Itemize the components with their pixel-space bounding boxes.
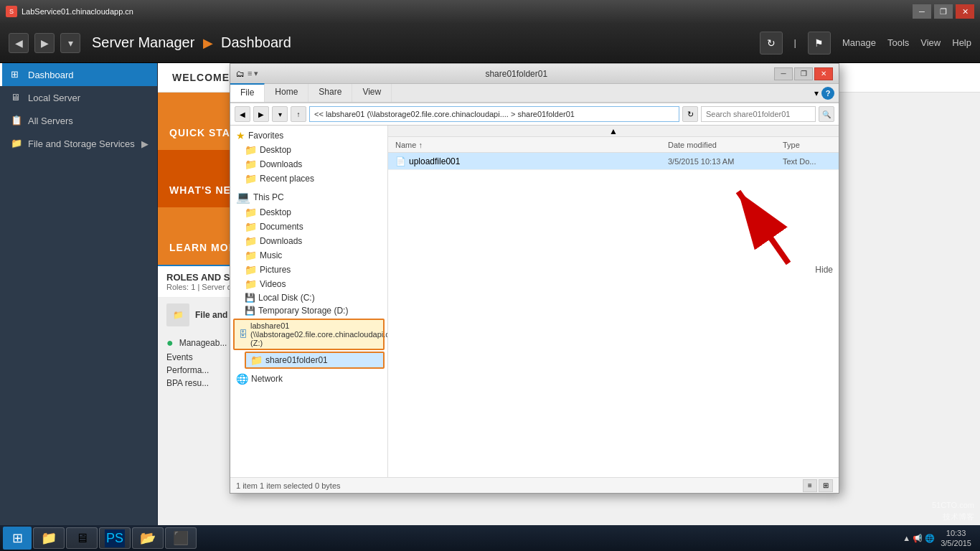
taskbar-app-server-manager[interactable]: 🖥 <box>66 527 98 549</box>
folder-icon: 📁 <box>245 221 257 232</box>
taskbar-app-cmd[interactable]: ⬛ <box>165 527 197 549</box>
search-button[interactable]: 🔍 <box>819 106 834 122</box>
folder-icon: 📁 <box>245 278 257 290</box>
address-bar: ◀ ▶ ▾ ↑ ↻ 🔍 <box>230 103 839 126</box>
tree-share-mapped[interactable]: 🗄 labshare01 (\\labstorage02.file.core.c… <box>233 319 385 350</box>
sidebar-item-all-servers[interactable]: 📋 All Servers <box>0 109 157 132</box>
start-button[interactable]: ⊞ <box>3 527 32 550</box>
refresh-icon[interactable]: ↻ <box>760 32 783 55</box>
tree-recent-places[interactable]: 📁 Recent places <box>230 171 387 186</box>
taskbar-right: ▲ 📢 🌐 10:33 3/5/2015 <box>903 528 977 549</box>
flag-icon[interactable]: ⚑ <box>808 32 831 55</box>
downloads-1-label: Downloads <box>260 159 302 169</box>
sidebar-label-all-servers: All Servers <box>28 116 73 126</box>
videos-label: Videos <box>260 279 286 289</box>
folder-icon: 📁 <box>245 173 257 184</box>
tree-documents[interactable]: 📁 Documents <box>230 220 387 234</box>
title-bar: S LabService01.chinacloudapp.cn ─ ❐ ✕ <box>0 0 980 23</box>
forward-button[interactable]: ▶ <box>34 33 55 53</box>
folder-icon: 📁 <box>245 235 257 247</box>
desktop-2-label: Desktop <box>260 207 291 217</box>
sidebar-item-dashboard[interactable]: ⊞ Dashboard <box>0 63 157 86</box>
address-input[interactable] <box>309 106 679 122</box>
share-mapped-label: labshare01 (\\labstorage02.file.core.chi… <box>250 321 388 347</box>
tree-temp-storage[interactable]: 💾 Temporary Storage (D:) <box>230 304 387 317</box>
folder-icon: 📁 <box>245 250 257 261</box>
explorer-dropdown[interactable]: ▾ <box>272 106 288 122</box>
main-layout: ⊞ Dashboard 🖥 Local Server 📋 All Servers… <box>0 63 980 525</box>
ribbon-tab-view[interactable]: View <box>352 84 392 102</box>
view-link[interactable]: View <box>920 37 941 48</box>
explorer-maximize[interactable]: ❐ <box>794 67 813 80</box>
app-icon: S <box>6 6 17 17</box>
col-type[interactable]: Type <box>778 141 836 149</box>
file-icon: 📄 <box>395 156 406 166</box>
tree-downloads-2[interactable]: 📁 Downloads <box>230 234 387 248</box>
sidebar-item-file-storage[interactable]: 📁 File and Storage Services ▶ <box>0 132 157 155</box>
folder-icon: 📁 <box>245 207 257 218</box>
file-row-0[interactable]: 📄 uploadfile001 3/5/2015 10:13 AM Text D… <box>388 153 839 170</box>
col-name[interactable]: Name ↑ <box>391 141 664 149</box>
nav-dropdown[interactable]: ▾ <box>60 33 80 53</box>
tree-panel: ★ Favorites 📁 Desktop 📁 Downloads 📁 <box>230 126 388 477</box>
tree-this-pc-header[interactable]: 💻 This PC <box>230 189 387 205</box>
ribbon-tab-home[interactable]: Home <box>265 84 308 102</box>
scroll-up[interactable]: ▲ <box>388 126 839 137</box>
tree-network[interactable]: 🌐 Network <box>230 372 387 386</box>
restore-button[interactable]: ❐ <box>934 4 953 19</box>
sidebar-label-file-storage: File and Storage Services <box>28 138 135 149</box>
tree-local-disk[interactable]: 💾 Local Disk (C:) <box>230 291 387 304</box>
sidebar-label-dashboard: Dashboard <box>28 70 74 80</box>
col-date[interactable]: Date modified <box>664 141 778 149</box>
explorer-title-bar: 🗂 ≡ ▾ share01folder01 ─ ❐ ✕ <box>230 64 839 84</box>
explorer-up[interactable]: ↑ <box>291 106 306 122</box>
tree-desktop-2[interactable]: 📁 Desktop <box>230 205 387 220</box>
close-button[interactable]: ✕ <box>956 4 974 19</box>
red-arrow <box>724 177 810 270</box>
explorer-back[interactable]: ◀ <box>235 106 250 122</box>
taskbar-app-explorer[interactable]: 📁 <box>33 527 65 549</box>
pc-icon: 💻 <box>236 190 250 204</box>
file-type-0: Text Do... <box>778 157 836 166</box>
all-servers-icon: 📋 <box>11 115 22 126</box>
tree-pictures[interactable]: 📁 Pictures <box>230 263 387 277</box>
music-label: Music <box>260 250 282 260</box>
tree-music[interactable]: 📁 Music <box>230 248 387 263</box>
ribbon-tab-share[interactable]: Share <box>308 84 352 102</box>
drive-icon: 💾 <box>245 306 255 316</box>
file-list: ▲ Name ↑ Date modified Type <box>388 126 839 477</box>
manage-link[interactable]: Manage <box>842 37 876 48</box>
view-large-icons[interactable]: ⊞ <box>819 479 833 492</box>
back-button[interactable]: ◀ <box>9 33 29 53</box>
view-details[interactable]: ≡ <box>803 479 817 492</box>
file-name-0: uploadfile001 <box>409 156 460 166</box>
explorer-minimize[interactable]: ─ <box>774 67 793 80</box>
file-storage-icon: 📁 <box>11 138 22 149</box>
taskbar: ⊞ 📁 🖥 PS 📂 ⬛ ▲ 📢 🌐 10:33 3/5/2015 <box>0 525 980 551</box>
tools-link[interactable]: Tools <box>887 37 909 48</box>
explorer-close[interactable]: ✕ <box>814 67 833 80</box>
taskbar-app-ps[interactable]: PS <box>99 527 131 549</box>
pictures-label: Pictures <box>260 265 291 275</box>
svg-line-1 <box>738 192 788 263</box>
explorer-forward[interactable]: ▶ <box>253 106 269 122</box>
taskbar-icons: ▲ 📢 🌐 <box>903 534 935 543</box>
taskbar-app-folder2[interactable]: 📂 <box>132 527 164 549</box>
help-link[interactable]: Help <box>952 37 971 48</box>
hide-button[interactable]: Hide <box>815 265 833 275</box>
sidebar: ⊞ Dashboard 🖥 Local Server 📋 All Servers… <box>0 63 158 525</box>
title-bar-left: S LabService01.chinacloudapp.cn <box>6 6 133 17</box>
folder-icon: 📁 <box>245 159 257 170</box>
favorites-icon: ★ <box>236 130 245 141</box>
tree-downloads-1[interactable]: 📁 Downloads <box>230 157 387 171</box>
tree-share-subfolder[interactable]: 📁 share01folder01 <box>245 352 385 369</box>
roles-icon: 📁 <box>166 303 189 326</box>
ribbon-tab-file[interactable]: File <box>230 83 265 102</box>
sidebar-item-local-server[interactable]: 🖥 Local Server <box>0 86 157 109</box>
search-input[interactable] <box>701 106 816 122</box>
tree-desktop-1[interactable]: 📁 Desktop <box>230 143 387 157</box>
explorer-refresh[interactable]: ↻ <box>682 106 698 122</box>
taskbar-time: 10:33 3/5/2015 <box>941 528 971 549</box>
tree-videos[interactable]: 📁 Videos <box>230 277 387 291</box>
minimize-button[interactable]: ─ <box>913 4 931 19</box>
